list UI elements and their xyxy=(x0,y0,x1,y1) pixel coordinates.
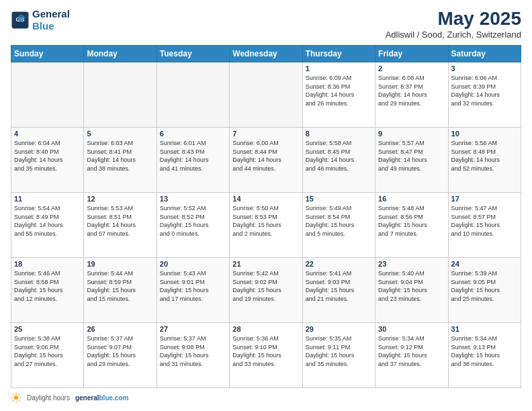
day-number: 16 xyxy=(378,195,445,203)
day-cell: 17Sunrise: 5:47 AM Sunset: 8:57 PM Dayli… xyxy=(448,193,521,258)
logo: GB General Blue xyxy=(11,8,70,32)
day-info: Sunrise: 6:06 AM Sunset: 8:39 PM Dayligh… xyxy=(451,74,518,107)
day-info: Sunrise: 6:04 AM Sunset: 8:40 PM Dayligh… xyxy=(14,139,81,173)
day-number: 22 xyxy=(306,260,372,268)
svg-line-7 xyxy=(13,394,14,396)
day-number: 15 xyxy=(306,195,372,203)
day-cell: 5Sunrise: 6:03 AM Sunset: 8:41 PM Daylig… xyxy=(84,128,157,193)
day-number: 7 xyxy=(232,130,299,138)
day-cell: 13Sunrise: 5:52 AM Sunset: 8:52 PM Dayli… xyxy=(157,193,229,258)
day-info: Sunrise: 6:01 AM Sunset: 8:43 PM Dayligh… xyxy=(160,139,226,173)
day-info: Sunrise: 5:36 AM Sunset: 9:10 PM Dayligh… xyxy=(232,334,299,368)
day-cell: 12Sunrise: 5:53 AM Sunset: 8:51 PM Dayli… xyxy=(84,193,157,258)
day-cell: 1Sunrise: 6:09 AM Sunset: 8:36 PM Daylig… xyxy=(302,62,375,128)
day-info: Sunrise: 5:42 AM Sunset: 9:02 PM Dayligh… xyxy=(232,269,299,303)
day-cell: 4Sunrise: 6:04 AM Sunset: 8:40 PM Daylig… xyxy=(11,128,84,193)
day-cell: 7Sunrise: 6:00 AM Sunset: 8:44 PM Daylig… xyxy=(230,128,302,193)
day-number: 18 xyxy=(14,260,81,268)
day-info: Sunrise: 5:38 AM Sunset: 9:06 PM Dayligh… xyxy=(14,334,81,368)
header-row: SundayMondayTuesdayWednesdayThursdayFrid… xyxy=(11,46,521,62)
day-info: Sunrise: 5:41 AM Sunset: 9:03 PM Dayligh… xyxy=(306,269,372,303)
calendar-body: 1Sunrise: 6:09 AM Sunset: 8:36 PM Daylig… xyxy=(11,62,521,388)
col-header-wednesday: Wednesday xyxy=(230,46,302,62)
day-number: 25 xyxy=(14,325,81,333)
day-cell: 30Sunrise: 5:34 AM Sunset: 9:12 PM Dayli… xyxy=(375,323,448,388)
day-number: 5 xyxy=(87,130,153,138)
day-cell: 3Sunrise: 6:06 AM Sunset: 8:39 PM Daylig… xyxy=(448,62,521,128)
day-number: 17 xyxy=(451,195,518,203)
day-number: 23 xyxy=(378,260,445,268)
svg-line-10 xyxy=(13,400,14,402)
day-cell: 18Sunrise: 5:46 AM Sunset: 8:58 PM Dayli… xyxy=(11,258,84,323)
day-cell: 2Sunrise: 6:08 AM Sunset: 8:37 PM Daylig… xyxy=(375,62,448,128)
day-number: 19 xyxy=(87,260,153,268)
week-row-4: 18Sunrise: 5:46 AM Sunset: 8:58 PM Dayli… xyxy=(11,258,521,323)
col-header-saturday: Saturday xyxy=(448,46,521,62)
week-row-3: 11Sunrise: 5:54 AM Sunset: 8:49 PM Dayli… xyxy=(11,193,521,258)
col-header-tuesday: Tuesday xyxy=(157,46,229,62)
day-number: 2 xyxy=(378,64,445,73)
day-cell: 31Sunrise: 5:34 AM Sunset: 9:13 PM Dayli… xyxy=(448,323,521,388)
day-number: 13 xyxy=(160,195,226,203)
day-cell: 6Sunrise: 6:01 AM Sunset: 8:43 PM Daylig… xyxy=(157,128,229,193)
calendar-header: SundayMondayTuesdayWednesdayThursdayFrid… xyxy=(11,46,521,62)
logo-text: General Blue xyxy=(32,8,70,32)
day-info: Sunrise: 5:44 AM Sunset: 8:59 PM Dayligh… xyxy=(87,269,153,303)
day-info: Sunrise: 5:37 AM Sunset: 9:07 PM Dayligh… xyxy=(87,334,153,368)
day-info: Sunrise: 5:58 AM Sunset: 8:45 PM Dayligh… xyxy=(306,139,372,173)
day-number: 20 xyxy=(160,260,226,268)
day-number: 10 xyxy=(451,130,518,138)
day-info: Sunrise: 6:00 AM Sunset: 8:44 PM Dayligh… xyxy=(232,139,299,173)
sun-icon xyxy=(11,392,21,403)
day-cell: 20Sunrise: 5:43 AM Sunset: 9:01 PM Dayli… xyxy=(157,258,229,323)
day-info: Sunrise: 5:50 AM Sunset: 8:53 PM Dayligh… xyxy=(232,204,299,238)
day-info: Sunrise: 5:56 AM Sunset: 8:48 PM Dayligh… xyxy=(451,139,518,173)
day-info: Sunrise: 5:52 AM Sunset: 8:52 PM Dayligh… xyxy=(160,204,226,238)
day-info: Sunrise: 5:47 AM Sunset: 8:57 PM Dayligh… xyxy=(451,204,518,238)
col-header-monday: Monday xyxy=(84,46,157,62)
day-number: 26 xyxy=(87,325,153,333)
svg-line-9 xyxy=(19,394,20,396)
svg-line-8 xyxy=(19,400,20,402)
header: GB General Blue May 2025 Adliswil / Sood… xyxy=(11,8,521,40)
day-info: Sunrise: 5:57 AM Sunset: 8:47 PM Dayligh… xyxy=(378,139,445,173)
location-subtitle: Adliswil / Sood, Zurich, Switzerland xyxy=(386,30,521,40)
day-info: Sunrise: 5:43 AM Sunset: 9:01 PM Dayligh… xyxy=(160,269,226,303)
day-info: Sunrise: 5:34 AM Sunset: 9:12 PM Dayligh… xyxy=(378,334,445,368)
day-info: Sunrise: 6:03 AM Sunset: 8:41 PM Dayligh… xyxy=(87,139,153,173)
day-info: Sunrise: 6:09 AM Sunset: 8:36 PM Dayligh… xyxy=(306,74,372,107)
col-header-sunday: Sunday xyxy=(11,46,84,62)
day-info: Sunrise: 5:49 AM Sunset: 8:54 PM Dayligh… xyxy=(306,204,372,238)
footer-source: generalblue.com xyxy=(75,394,128,402)
day-cell: 27Sunrise: 5:37 AM Sunset: 9:08 PM Dayli… xyxy=(157,323,229,388)
day-cell: 28Sunrise: 5:36 AM Sunset: 9:10 PM Dayli… xyxy=(230,323,302,388)
day-cell: 23Sunrise: 5:40 AM Sunset: 9:04 PM Dayli… xyxy=(375,258,448,323)
day-cell xyxy=(230,62,302,128)
day-cell: 15Sunrise: 5:49 AM Sunset: 8:54 PM Dayli… xyxy=(302,193,375,258)
day-number: 12 xyxy=(87,195,153,203)
day-info: Sunrise: 6:08 AM Sunset: 8:37 PM Dayligh… xyxy=(378,74,445,107)
day-number: 28 xyxy=(232,325,299,333)
day-info: Sunrise: 5:54 AM Sunset: 8:49 PM Dayligh… xyxy=(14,204,81,238)
day-cell xyxy=(84,62,157,128)
day-cell: 25Sunrise: 5:38 AM Sunset: 9:06 PM Dayli… xyxy=(11,323,84,388)
daylight-label: Daylight hours xyxy=(27,394,70,402)
day-cell xyxy=(157,62,229,128)
day-cell: 8Sunrise: 5:58 AM Sunset: 8:45 PM Daylig… xyxy=(302,128,375,193)
day-number: 24 xyxy=(451,260,518,268)
col-header-friday: Friday xyxy=(375,46,448,62)
page: GB General Blue May 2025 Adliswil / Sood… xyxy=(0,0,532,411)
day-cell: 29Sunrise: 5:35 AM Sunset: 9:11 PM Dayli… xyxy=(302,323,375,388)
footer: Daylight hours generalblue.com xyxy=(11,392,521,403)
week-row-1: 1Sunrise: 6:09 AM Sunset: 8:36 PM Daylig… xyxy=(11,62,521,128)
day-info: Sunrise: 5:48 AM Sunset: 8:56 PM Dayligh… xyxy=(378,204,445,238)
day-number: 30 xyxy=(378,325,445,333)
week-row-5: 25Sunrise: 5:38 AM Sunset: 9:06 PM Dayli… xyxy=(11,323,521,388)
week-row-2: 4Sunrise: 6:04 AM Sunset: 8:40 PM Daylig… xyxy=(11,128,521,193)
day-number: 29 xyxy=(306,325,372,333)
day-number: 1 xyxy=(306,64,372,73)
day-info: Sunrise: 5:35 AM Sunset: 9:11 PM Dayligh… xyxy=(306,334,372,368)
day-cell: 24Sunrise: 5:39 AM Sunset: 9:05 PM Dayli… xyxy=(448,258,521,323)
day-number: 31 xyxy=(451,325,518,333)
svg-point-2 xyxy=(14,396,18,400)
